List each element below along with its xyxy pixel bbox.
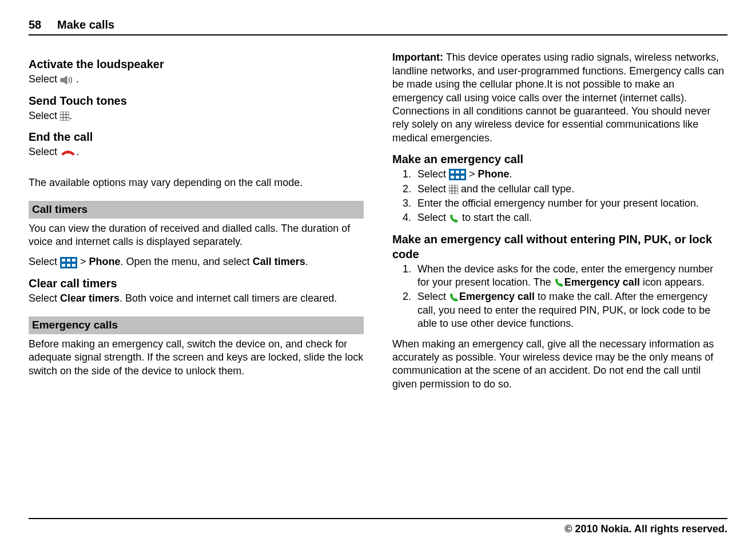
text: . bbox=[76, 73, 79, 85]
svg-rect-7 bbox=[62, 259, 65, 262]
svg-marker-0 bbox=[61, 76, 67, 84]
emergency-call-label: Emergency call bbox=[564, 276, 640, 288]
important-text: This device operates using radio signals… bbox=[392, 52, 724, 143]
text: Select bbox=[29, 73, 60, 85]
important-note: Important: This device operates using ra… bbox=[392, 51, 727, 145]
svg-rect-20 bbox=[449, 185, 458, 194]
svg-rect-19 bbox=[461, 176, 464, 179]
svg-rect-18 bbox=[456, 176, 459, 179]
step-4: Select to start the call. bbox=[414, 211, 727, 224]
emergency-call-label: Emergency call bbox=[459, 291, 535, 302]
no-code-steps: When the device asks for the code, enter… bbox=[392, 263, 727, 331]
step-1: When the device asks for the code, enter… bbox=[414, 263, 727, 290]
call-timers-intro: You can view the duration of received an… bbox=[29, 222, 364, 249]
content-columns: Activate the loudspeaker Select . Send T… bbox=[29, 50, 727, 398]
text: . Open the menu, and select bbox=[121, 256, 253, 267]
section-bar-call-timers: Call timers bbox=[29, 201, 364, 219]
call-timers-label: Call timers bbox=[253, 256, 305, 267]
text: Select bbox=[29, 110, 60, 121]
text: Select bbox=[417, 183, 449, 195]
step-2: Select Emergency call to make the call. … bbox=[414, 290, 727, 330]
section-bar-emergency: Emergency calls bbox=[29, 316, 364, 334]
call-timers-path: Select > Phone. Open the menu, and selec… bbox=[29, 255, 364, 268]
text: icon appears. bbox=[640, 276, 705, 288]
heading-make-emergency-call: Make an emergency call bbox=[392, 152, 727, 167]
text: Select bbox=[417, 212, 449, 223]
menu-grid-icon bbox=[60, 257, 77, 268]
modes-note: The available options may vary depending… bbox=[29, 176, 364, 189]
emergency-intro: Before making an emergency call, switch … bbox=[29, 338, 364, 378]
text: Select bbox=[417, 168, 449, 180]
copyright: © 2010 Nokia. All rights reserved. bbox=[564, 523, 727, 535]
page-header: 58 Make calls bbox=[29, 17, 727, 35]
text: > bbox=[469, 168, 478, 180]
touchtones-instruction: Select . bbox=[29, 109, 364, 122]
section-title: Make calls bbox=[57, 18, 114, 31]
phone-green-icon bbox=[554, 278, 564, 288]
text: Select bbox=[29, 256, 60, 267]
svg-rect-15 bbox=[456, 171, 459, 173]
right-column: Important: This device operates using ra… bbox=[392, 50, 727, 398]
step-1: Select > Phone. bbox=[414, 168, 727, 181]
manual-page: 58 Make calls Activate the loudspeaker S… bbox=[0, 0, 756, 546]
left-column: Activate the loudspeaker Select . Send T… bbox=[29, 50, 364, 398]
clear-timers-label: Clear timers bbox=[60, 292, 120, 304]
clear-timers-instruction: Select Clear timers. Both voice and inte… bbox=[29, 292, 364, 305]
svg-rect-10 bbox=[62, 264, 65, 267]
heading-clear-timers: Clear call timers bbox=[29, 276, 364, 291]
text: . bbox=[510, 168, 512, 180]
step-2: Select and the cellular call type. bbox=[414, 183, 727, 196]
svg-rect-9 bbox=[72, 259, 75, 262]
text: . Both voice and internet call timers ar… bbox=[120, 292, 337, 304]
text: Select bbox=[417, 291, 449, 302]
svg-rect-14 bbox=[451, 171, 454, 173]
svg-rect-1 bbox=[60, 112, 69, 121]
phone-label: Phone bbox=[89, 256, 121, 267]
svg-rect-16 bbox=[461, 171, 464, 173]
page-number: 58 bbox=[29, 18, 41, 31]
speaker-icon bbox=[60, 76, 76, 85]
step-3: Enter the official emergency number for … bbox=[414, 197, 727, 210]
endcall-instruction: Select . bbox=[29, 145, 364, 159]
heading-no-code: Make an emergency call without entering … bbox=[392, 232, 727, 262]
svg-rect-17 bbox=[451, 176, 454, 179]
important-label: Important: bbox=[392, 52, 443, 63]
make-call-steps: Select > Phone. bbox=[392, 168, 727, 225]
text: to start the call. bbox=[462, 212, 532, 223]
text: . bbox=[69, 110, 72, 121]
text: and the cellular call type. bbox=[461, 183, 574, 195]
text: Select bbox=[29, 146, 60, 157]
text: > bbox=[80, 256, 89, 267]
end-call-icon bbox=[60, 148, 76, 156]
menu-grid-icon bbox=[449, 169, 466, 180]
keypad-icon bbox=[449, 185, 458, 194]
heading-loudspeaker: Activate the loudspeaker bbox=[29, 57, 364, 72]
page-footer: © 2010 Nokia. All rights reserved. bbox=[29, 518, 727, 536]
svg-rect-12 bbox=[72, 264, 75, 267]
heading-touchtones: Send Touch tones bbox=[29, 93, 364, 108]
keypad-icon bbox=[60, 112, 69, 121]
text: Select bbox=[29, 292, 60, 304]
text: . bbox=[305, 256, 308, 267]
svg-rect-11 bbox=[67, 264, 70, 267]
phone-label: Phone bbox=[478, 168, 510, 180]
heading-endcall: End the call bbox=[29, 129, 364, 144]
svg-rect-8 bbox=[67, 259, 70, 262]
final-note: When making an emergency call, give all … bbox=[392, 338, 727, 391]
text: . bbox=[76, 146, 79, 157]
phone-green-icon bbox=[449, 213, 459, 224]
loudspeaker-instruction: Select . bbox=[29, 73, 364, 86]
phone-green-icon bbox=[449, 292, 459, 303]
